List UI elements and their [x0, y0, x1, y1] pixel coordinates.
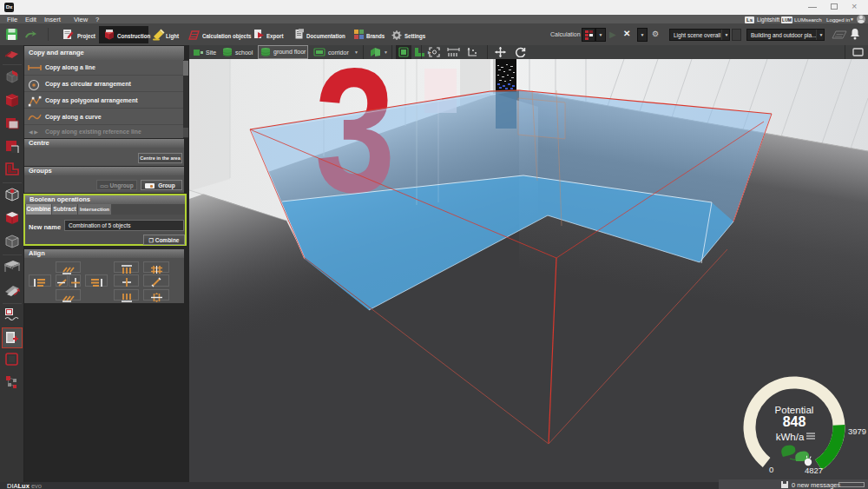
svg-text:4827: 4827: [805, 466, 823, 475]
svg-text:kWh/a: kWh/a: [776, 432, 805, 442]
svg-text:3979: 3979: [848, 426, 866, 436]
svg-text:848: 848: [783, 414, 806, 429]
svg-text:0: 0: [769, 465, 773, 474]
